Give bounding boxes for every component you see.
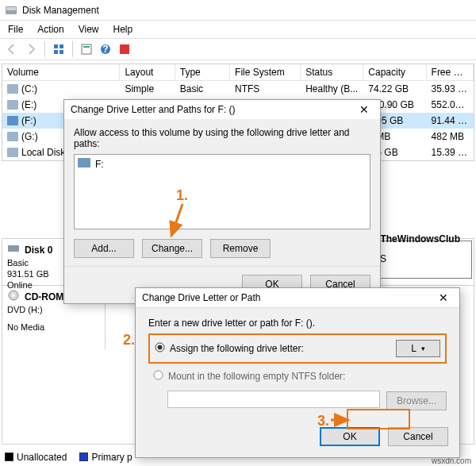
cell: Basic bbox=[175, 81, 230, 97]
change-letter-dialog: Change Drive Letter or Path ✕ Enter a ne… bbox=[135, 287, 460, 458]
col-free[interactable]: Free Spa... bbox=[427, 64, 474, 80]
cell: Healthy (B... bbox=[301, 81, 363, 97]
cell: NTFS bbox=[230, 81, 301, 97]
col-filesystem[interactable]: File System bbox=[230, 64, 301, 80]
remove-button[interactable]: Remove bbox=[210, 239, 271, 258]
close-icon[interactable]: ✕ bbox=[355, 103, 374, 116]
cell: Simple bbox=[120, 81, 175, 97]
svg-rect-5 bbox=[60, 50, 63, 54]
menu-help[interactable]: Help bbox=[107, 22, 140, 37]
toolbar-sep bbox=[72, 41, 73, 57]
cell: Local Disk bbox=[21, 147, 65, 158]
svg-rect-12 bbox=[7, 100, 18, 110]
nav-back-icon bbox=[3, 40, 21, 58]
cell: (G:) bbox=[21, 131, 38, 142]
svg-point-25 bbox=[158, 345, 163, 350]
chevron-down-icon: ▾ bbox=[421, 345, 425, 352]
menu-action[interactable]: Action bbox=[31, 22, 70, 37]
dialog-hint: Allow access to this volume by using the… bbox=[74, 127, 370, 149]
select-value: L bbox=[411, 343, 416, 354]
cell: (C:) bbox=[21, 83, 37, 94]
col-type[interactable]: Type bbox=[175, 64, 230, 80]
add-button[interactable]: Add... bbox=[74, 239, 134, 258]
svg-rect-4 bbox=[54, 50, 58, 54]
volume-icon bbox=[7, 132, 18, 141]
table-row[interactable]: (C:) Simple Basic NTFS Healthy (B... 74.… bbox=[2, 81, 474, 97]
legend: Unallocated Primary p bbox=[5, 452, 132, 463]
dialog-title-text: Change Drive Letter and Paths for F: () bbox=[71, 104, 235, 115]
toolbar-sep bbox=[44, 41, 45, 57]
drive-icon bbox=[78, 158, 90, 170]
window-titlebar: Disk Management bbox=[0, 0, 476, 21]
paths-list[interactable]: F: bbox=[74, 154, 370, 229]
disk-icon bbox=[5, 4, 17, 17]
volume-icon bbox=[7, 148, 18, 157]
list-item-label: F: bbox=[95, 159, 104, 170]
dialog-title[interactable]: Change Drive Letter and Paths for F: () … bbox=[64, 100, 380, 119]
radio-mount-folder[interactable]: Mount in the following empty NTFS folder… bbox=[148, 367, 447, 386]
close-icon[interactable]: ✕ bbox=[434, 291, 453, 304]
svg-rect-6 bbox=[82, 44, 91, 54]
svg-rect-15 bbox=[7, 148, 18, 157]
radio-assign-letter[interactable]: Assign the following drive letter: L ▾ bbox=[150, 337, 445, 360]
svg-rect-13 bbox=[7, 116, 18, 125]
radio-checked-icon bbox=[155, 342, 165, 355]
cancel-button[interactable]: Cancel bbox=[388, 427, 448, 446]
svg-point-26 bbox=[154, 371, 163, 379]
svg-rect-14 bbox=[7, 132, 18, 141]
svg-rect-16 bbox=[8, 245, 19, 252]
menu-view[interactable]: View bbox=[72, 22, 106, 37]
toolbar: ? bbox=[0, 38, 476, 60]
disk-icon bbox=[7, 242, 20, 257]
cell: 552.00 GB bbox=[427, 97, 474, 113]
cell: 482 MB bbox=[427, 129, 474, 144]
svg-rect-1 bbox=[6, 7, 16, 10]
help-icon[interactable]: ? bbox=[97, 40, 114, 58]
svg-rect-2 bbox=[54, 44, 58, 48]
volume-icon bbox=[7, 116, 18, 125]
col-status[interactable]: Status bbox=[301, 64, 363, 80]
dialog-title[interactable]: Change Drive Letter or Path ✕ bbox=[136, 288, 459, 308]
list-item[interactable]: F: bbox=[78, 158, 367, 170]
nav-fwd-icon bbox=[22, 40, 40, 58]
cell: (F:) bbox=[21, 115, 36, 126]
legend-unallocated: Unallocated bbox=[5, 452, 67, 463]
col-volume[interactable]: Volume bbox=[2, 64, 120, 80]
refresh-icon[interactable] bbox=[50, 40, 67, 58]
cell: (E:) bbox=[21, 99, 36, 110]
svg-rect-3 bbox=[60, 44, 63, 48]
svg-rect-23 bbox=[78, 158, 90, 168]
ok-button[interactable]: OK bbox=[320, 427, 380, 446]
col-capacity[interactable]: Capacity bbox=[363, 64, 426, 80]
legend-primary: Primary p bbox=[79, 452, 132, 463]
svg-rect-11 bbox=[7, 84, 18, 94]
col-layout[interactable]: Layout bbox=[120, 64, 175, 80]
svg-rect-7 bbox=[83, 46, 90, 48]
browse-button: Browse... bbox=[386, 391, 447, 410]
radio-unchecked-icon bbox=[153, 370, 163, 383]
cd-status: No Media bbox=[7, 322, 100, 333]
window-title: Disk Management bbox=[22, 5, 99, 16]
props-icon[interactable] bbox=[78, 40, 95, 58]
svg-text:?: ? bbox=[102, 44, 108, 55]
volume-icon bbox=[7, 100, 18, 110]
cell: 15.39 GB bbox=[427, 144, 474, 160]
dialog-title-text: Change Drive Letter or Path bbox=[142, 292, 260, 303]
cell: 35.93 GB bbox=[427, 81, 474, 97]
mount-path-input[interactable] bbox=[167, 391, 380, 408]
cell: 74.22 GB bbox=[363, 81, 426, 97]
menu-file[interactable]: File bbox=[2, 22, 29, 37]
svg-rect-10 bbox=[120, 44, 129, 54]
svg-point-18 bbox=[12, 294, 15, 297]
disk-name: Disk 0 bbox=[25, 245, 52, 256]
drive-letter-select[interactable]: L ▾ bbox=[396, 340, 440, 357]
change-button[interactable]: Change... bbox=[142, 239, 202, 258]
volume-icon bbox=[7, 84, 18, 94]
dialog-prompt: Enter a new drive letter or path for F: … bbox=[148, 318, 447, 329]
menubar: File Action View Help bbox=[0, 21, 476, 38]
cd-icon bbox=[7, 289, 20, 304]
action-icon[interactable] bbox=[116, 40, 133, 58]
cd-sub: DVD (H:) bbox=[7, 304, 100, 315]
volume-header: Volume Layout Type File System Status Ca… bbox=[2, 64, 474, 81]
change-paths-dialog: Change Drive Letter and Paths for F: () … bbox=[63, 99, 381, 304]
